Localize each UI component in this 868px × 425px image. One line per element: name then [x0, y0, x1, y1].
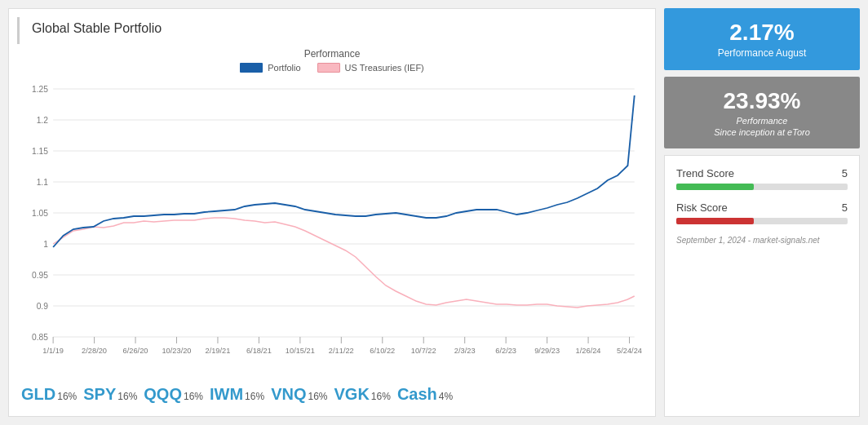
svg-text:1/26/24: 1/26/24 — [576, 347, 601, 355]
ticker-gld: GLD 16% — [21, 385, 77, 404]
legend-treasuries: US Treasuries (IEF) — [317, 63, 424, 73]
risk-score-label: Risk Score — [676, 201, 728, 214]
trend-score-bar-bg — [676, 184, 848, 190]
ticker-name-qqq: QQQ — [144, 385, 182, 404]
performance-inception-label: Performance — [672, 116, 852, 126]
svg-text:6/2/23: 6/2/23 — [495, 347, 516, 355]
trend-score-label-row: Trend Score 5 — [676, 167, 848, 179]
ticker-pct-gld: 16% — [57, 391, 77, 402]
ticker-pct-iwm: 16% — [245, 391, 264, 402]
ticker-name-gld: GLD — [21, 385, 55, 404]
svg-text:2/19/21: 2/19/21 — [206, 347, 231, 355]
ticker-pct-spy: 16% — [117, 391, 137, 402]
trend-score-row: Trend Score 5 — [676, 167, 848, 190]
svg-text:6/10/22: 6/10/22 — [370, 347, 395, 355]
trend-score-bar-fill — [676, 184, 754, 190]
ticker-vnq: VNQ 16% — [271, 385, 327, 404]
svg-text:1.15: 1.15 — [32, 147, 48, 156]
svg-text:0.9: 0.9 — [37, 302, 49, 311]
ticker-qqq: QQQ 16% — [144, 385, 203, 404]
ticker-pct-vgk: 16% — [371, 391, 391, 402]
performance-inception-card: 23.93% Performance Since inception at eT… — [664, 77, 860, 148]
risk-score-label-row: Risk Score 5 — [676, 201, 848, 214]
right-panel: 2.17% Performance August 23.93% Performa… — [664, 8, 860, 417]
svg-text:6/18/21: 6/18/21 — [246, 347, 272, 355]
ticker-pct-vnq: 16% — [308, 391, 327, 402]
performance-august-value: 2.17% — [672, 20, 852, 46]
svg-text:9/29/23: 9/29/23 — [534, 347, 560, 355]
performance-inception-value: 23.93% — [672, 88, 852, 114]
risk-score-bar-bg — [676, 218, 848, 224]
ticker-spy: SPY 16% — [83, 385, 137, 404]
svg-text:1.1: 1.1 — [37, 178, 49, 187]
svg-text:2/11/22: 2/11/22 — [329, 347, 354, 355]
main-chart-panel: Global Stable Portfolio Performance Port… — [8, 8, 656, 417]
svg-text:5/24/24: 5/24/24 — [617, 347, 642, 355]
chart-svg-wrapper: 1.25 1.2 1.15 1.1 1.05 1 0.95 0.9 0.85 — [21, 77, 643, 355]
chart-title: Performance — [21, 48, 643, 60]
svg-text:10/7/22: 10/7/22 — [411, 347, 436, 355]
ticker-name-vnq: VNQ — [271, 385, 306, 404]
ticker-vgk: VGK 16% — [334, 385, 391, 404]
ticker-name-vgk: VGK — [334, 385, 370, 404]
ticker-name-iwm: IWM — [210, 385, 243, 404]
svg-text:0.95: 0.95 — [32, 271, 48, 280]
svg-text:10/23/20: 10/23/20 — [162, 347, 191, 355]
ticker-pct-qqq: 16% — [184, 391, 203, 402]
attribution-text: September 1, 2024 - market-signals.net — [676, 236, 848, 245]
risk-score-row: Risk Score 5 — [676, 201, 848, 224]
risk-score-bar-fill — [676, 218, 754, 224]
performance-chart: 1.25 1.2 1.15 1.1 1.05 1 0.95 0.9 0.85 — [21, 77, 643, 355]
svg-text:1.2: 1.2 — [37, 116, 49, 125]
ticker-name-cash: Cash — [397, 385, 437, 404]
svg-text:1/1/19: 1/1/19 — [42, 347, 64, 355]
svg-text:0.85: 0.85 — [32, 333, 48, 342]
ticker-iwm: IWM 16% — [210, 385, 264, 404]
chart-area: Performance Portfolio US Treasuries (IEF… — [13, 48, 643, 379]
performance-august-label: Performance August — [672, 47, 852, 59]
trend-score-value: 5 — [842, 167, 848, 179]
performance-inception-sublabel: Since inception at eToro — [672, 127, 852, 137]
scores-panel: Trend Score 5 Risk Score 5 September 1, … — [664, 155, 860, 417]
svg-text:2/3/23: 2/3/23 — [454, 347, 476, 355]
svg-text:10/15/21: 10/15/21 — [286, 347, 315, 355]
treasuries-color-swatch — [317, 63, 340, 73]
legend-portfolio-label: Portfolio — [268, 63, 300, 73]
svg-text:1: 1 — [43, 240, 48, 249]
svg-text:1.05: 1.05 — [32, 209, 48, 218]
trend-score-label: Trend Score — [676, 167, 734, 179]
performance-august-card: 2.17% Performance August — [664, 8, 860, 70]
portfolio-color-swatch — [240, 63, 263, 73]
ticker-name-spy: SPY — [83, 385, 116, 404]
ticker-pct-cash: 4% — [439, 391, 453, 402]
legend-treasuries-label: US Treasuries (IEF) — [345, 63, 424, 73]
svg-text:1.25: 1.25 — [32, 85, 48, 94]
svg-text:6/26/20: 6/26/20 — [123, 347, 148, 355]
ticker-bar: GLD 16% SPY 16% QQQ 16% IWM 16% VNQ 16% … — [13, 379, 643, 408]
ticker-cash: Cash 4% — [397, 385, 453, 404]
page-title: Global Stable Portfolio — [17, 17, 643, 44]
chart-legend: Portfolio US Treasuries (IEF) — [21, 63, 643, 73]
risk-score-value: 5 — [842, 201, 848, 214]
legend-portfolio: Portfolio — [240, 63, 300, 73]
svg-text:2/28/20: 2/28/20 — [82, 347, 107, 355]
